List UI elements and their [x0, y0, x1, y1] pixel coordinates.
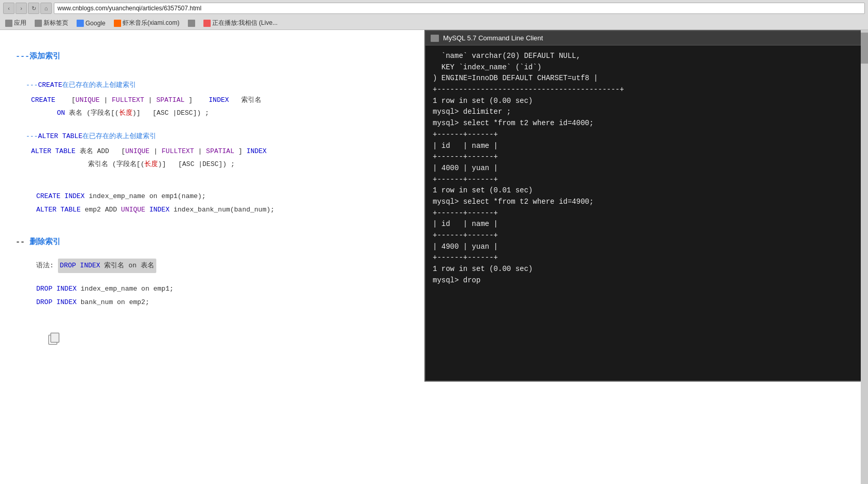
terminal-line: mysql> delimiter ; — [433, 107, 860, 118]
page2-icon — [188, 20, 195, 27]
create-syntax-line1: CREATE [UNIQUE | FULLTEXT | SPATIAL ] IN… — [31, 94, 409, 107]
syntax-box: DROP INDEX 索引名 on 表名 — [58, 259, 156, 273]
terminal-line: +------+------+ — [433, 208, 860, 219]
terminal-line: ) ENGINE=InnoDB DEFAULT CHARSET=utf8 | — [433, 73, 860, 84]
address-bar[interactable]: www.cnblogs.com/yuanchenqi/articles/6357… — [54, 3, 865, 14]
bookmark-xiami[interactable]: 虾米音乐(xiami.com) — [112, 18, 182, 28]
terminal-line: +------+------+ — [433, 252, 860, 264]
scrollbar[interactable] — [861, 30, 868, 484]
terminal-line: +------+------+ — [433, 152, 860, 163]
bookmark-google[interactable]: Google — [75, 19, 108, 27]
terminal-line: | 4000 | yuan | — [433, 163, 860, 174]
terminal-line: 1 row in set (0.01 sec) — [433, 185, 860, 196]
google-label: Google — [85, 20, 106, 27]
forward-button[interactable]: › — [16, 3, 27, 14]
url-text: www.cnblogs.com/yuanchenqi/articles/6357… — [57, 5, 201, 12]
section2-header: -- 删除索引 — [16, 235, 409, 249]
terminal-line: | id | name | — [433, 141, 860, 152]
sub2-header: ---ALTER TABLE在已存在的表上创建索引 — [26, 130, 409, 142]
terminal-line: +------+------+ — [433, 230, 860, 241]
home-button[interactable]: ⌂ — [40, 3, 52, 14]
section1-header: ---添加索引 — [16, 50, 409, 64]
live-label: 正在播放:我相信 (Live... — [212, 19, 278, 27]
nav-buttons: ‹ › ↻ ⌂ — [3, 3, 52, 14]
browser-chrome: ‹ › ↻ ⌂ www.cnblogs.com/yuanchenqi/artic… — [0, 0, 868, 30]
terminal-panel: MySQL 5.7 Command Line Client `name` var… — [424, 30, 868, 382]
bookmarks-bar: 应用 新标签页 Google 虾米音乐(xiami.com) 正在播放:我相信 … — [0, 17, 868, 30]
alter-syntax-line1: ALTER TABLE 表名 ADD [UNIQUE | FULLTEXT | … — [31, 145, 409, 158]
terminal-line: mysql> select *from t2 where id=4900; — [433, 196, 860, 208]
sub1-header: ---CREATE在已存在的表上创建索引 — [26, 79, 409, 91]
google-icon — [77, 20, 84, 27]
terminal-titlebar: MySQL 5.7 Command Line Client — [425, 31, 867, 46]
svg-rect-1 — [51, 333, 59, 342]
blog-panel: ---添加索引 ---CREATE在已存在的表上创建索引 CREATE [UNI… — [0, 30, 424, 484]
reload-button[interactable]: ↻ — [28, 3, 39, 14]
alter-syntax-line2: 索引名 (字段名[(长度)] [ASC |DESC]) ; — [88, 158, 409, 171]
example2-line: ALTER TABLE emp2 ADD UNIQUE INDEX index_… — [36, 203, 409, 217]
create-syntax-line2: ON 表名 (字段名[(长度)] [ASC |DESC]) ; — [57, 107, 409, 120]
xiami-label: 虾米音乐(xiami.com) — [123, 19, 180, 27]
copy-icon[interactable] — [47, 331, 61, 345]
terminal-line: +---------------------------------------… — [433, 84, 860, 96]
example1-line: CREATE INDEX index_emp_name on emp1(name… — [36, 190, 409, 203]
apps-label: 应用 — [14, 19, 26, 27]
bookmark-live[interactable]: 正在播放:我相信 (Live... — [201, 18, 280, 28]
terminal-title: MySQL 5.7 Command Line Client — [443, 34, 543, 42]
terminal-line: | 4900 | yuan | — [433, 241, 860, 253]
bookmark-apps[interactable]: 应用 — [3, 18, 28, 28]
terminal-line: KEY `index_name` (`id`) — [433, 62, 860, 73]
bookmark-newtab[interactable]: 新标签页 — [33, 18, 70, 28]
terminal-body[interactable]: `name` varchar(20) DEFAULT NULL, KEY `in… — [425, 46, 867, 381]
terminal-line: | id | name | — [433, 219, 860, 230]
main-area: ---添加索引 ---CREATE在已存在的表上创建索引 CREATE [UNI… — [0, 30, 868, 484]
terminal-line: mysql> select *from t2 where id=4000; — [433, 118, 860, 129]
terminal-line: +------+------+ — [433, 174, 860, 186]
drop-example2: DROP INDEX bank_num on emp2; — [36, 296, 409, 309]
live-icon — [203, 20, 211, 27]
xiami-icon — [114, 20, 121, 27]
terminal-line: +------+------+ — [433, 129, 860, 141]
terminal-line: 1 row in set (0.00 sec) — [433, 96, 860, 107]
browser-toolbar: ‹ › ↻ ⌂ www.cnblogs.com/yuanchenqi/artic… — [0, 0, 868, 17]
terminal-line: mysql> drop — [433, 275, 860, 286]
apps-icon — [5, 20, 12, 27]
back-button[interactable]: ‹ — [3, 3, 14, 14]
scrollbar-thumb[interactable] — [861, 33, 868, 64]
terminal-line: 1 row in set (0.00 sec) — [433, 264, 860, 275]
terminal-icon — [431, 35, 439, 42]
bookmark-page2[interactable] — [186, 19, 197, 27]
terminal-line: `name` varchar(20) DEFAULT NULL, — [433, 51, 860, 62]
newtab-icon — [35, 20, 42, 27]
drop-example1: DROP INDEX index_emp_name on emp1; — [36, 282, 409, 296]
syntax-line: 语法: DROP INDEX 索引名 on 表名 — [36, 259, 409, 273]
newtab-label: 新标签页 — [43, 19, 68, 27]
